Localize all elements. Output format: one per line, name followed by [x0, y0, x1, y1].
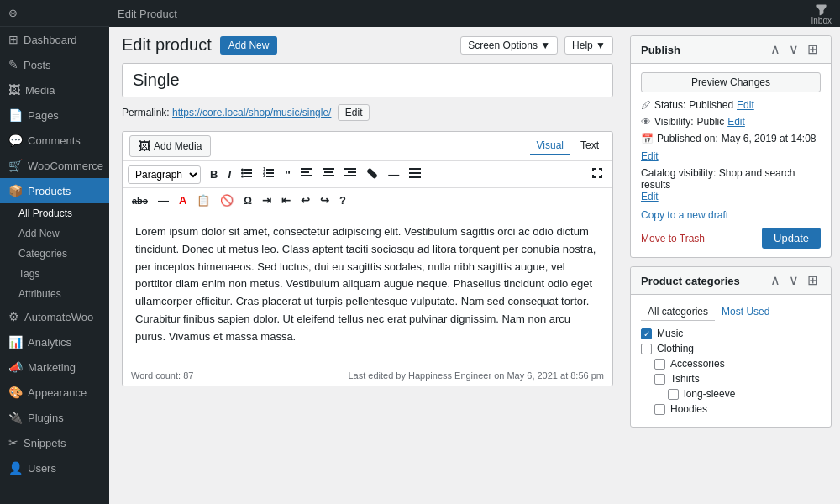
italic-button[interactable]: I: [223, 165, 235, 183]
sidebar-subitem-categories[interactable]: Categories: [0, 244, 109, 264]
visibility-edit-link[interactable]: Edit: [727, 116, 745, 128]
sidebar-subitem-all-products[interactable]: All Products: [0, 203, 109, 223]
bold-button[interactable]: B: [206, 165, 222, 183]
categories-drag-button[interactable]: ⊞: [805, 274, 821, 287]
update-button[interactable]: Update: [762, 228, 821, 249]
sidebar-item-automatewoo[interactable]: ⚙ AutomateWoo: [0, 304, 109, 329]
sidebar-item-users[interactable]: 👤 Users: [0, 455, 109, 480]
tab-most-used[interactable]: Most Used: [715, 303, 776, 321]
redo-button[interactable]: ↪: [316, 192, 333, 209]
category-label-accessories: Accessories: [670, 358, 725, 370]
published-row: 📅 Published on: May 6, 2019 at 14:08: [641, 133, 821, 144]
svg-rect-17: [323, 175, 334, 176]
add-media-button[interactable]: 🖼 Add Media: [129, 135, 211, 157]
publish-collapse-up-button[interactable]: ∧: [768, 43, 783, 56]
sidebar-item-posts[interactable]: ✎ Posts: [0, 52, 109, 77]
publish-drag-button[interactable]: ⊞: [805, 43, 821, 56]
sidebar-item-label: Products: [28, 185, 71, 197]
product-title-input[interactable]: [122, 63, 613, 97]
special-chars-button[interactable]: Ω: [239, 192, 256, 209]
help-button[interactable]: Help ▼: [564, 36, 613, 55]
svg-rect-8: [266, 176, 274, 177]
tab-all-categories[interactable]: All categories: [641, 303, 715, 321]
status-value: Published: [689, 99, 733, 111]
catalog-label: Catalog visibility:: [641, 167, 716, 179]
copy-draft-link[interactable]: Copy to a new draft: [641, 209, 821, 221]
insert-more-button[interactable]: —: [384, 165, 403, 183]
outdent-button[interactable]: ⇤: [277, 192, 295, 209]
sidebar-subitem-tags[interactable]: Tags: [0, 264, 109, 284]
category-checkbox-clothing[interactable]: [641, 344, 652, 354]
tab-visual[interactable]: Visual: [530, 137, 570, 155]
sidebar-item-comments[interactable]: 💬 Comments: [0, 128, 109, 153]
sidebar-item-products[interactable]: 📦 Products: [0, 178, 109, 203]
align-left-button[interactable]: [297, 165, 317, 183]
category-checkbox-long-sleeve[interactable]: [668, 389, 679, 400]
category-checkbox-hoodies[interactable]: [654, 404, 665, 415]
catalog-edit-link[interactable]: Edit: [641, 191, 821, 202]
align-center-button[interactable]: [318, 165, 339, 183]
category-checkbox-tshirts[interactable]: [654, 374, 665, 385]
sidebar-item-woocommerce[interactable]: 🛒 WooCommerce: [0, 153, 109, 178]
link-button[interactable]: [362, 165, 382, 184]
publish-actions: Move to Trash Update: [641, 228, 821, 249]
ordered-list-button[interactable]: 123: [259, 165, 279, 184]
publish-collapse-down-button[interactable]: ∨: [786, 43, 801, 56]
paste-button[interactable]: 📋: [192, 192, 214, 209]
tab-text[interactable]: Text: [574, 137, 606, 155]
categories-collapse-down-button[interactable]: ∨: [786, 274, 801, 287]
sidebar-item-dashboard[interactable]: ⊞ Dashboard: [0, 27, 109, 52]
sidebar-item-marketing[interactable]: 📣 Marketing: [0, 354, 109, 380]
products-icon: 📦: [8, 184, 23, 197]
svg-rect-1: [244, 172, 252, 174]
sidebar-item-snippets[interactable]: ✂ Snippets: [0, 430, 109, 455]
font-color-button[interactable]: A: [175, 192, 191, 209]
paragraph-select[interactable]: Paragraph: [128, 165, 201, 184]
clear-format-button[interactable]: 🚫: [216, 192, 238, 209]
unordered-list-button[interactable]: [237, 165, 257, 184]
category-item-music: ✓ Music: [641, 328, 821, 339]
published-edit-link[interactable]: Edit: [641, 150, 659, 162]
categories-collapse-up-button[interactable]: ∧: [768, 274, 783, 287]
content-area: Edit product Add New Screen Options ▼ He…: [109, 27, 840, 504]
sidebar-item-appearance[interactable]: 🎨 Appearance: [0, 380, 109, 405]
undo-button[interactable]: ↩: [297, 192, 314, 209]
svg-rect-6: [266, 169, 274, 171]
indent-button[interactable]: ⇥: [258, 192, 276, 209]
editor-content[interactable]: Lorem ipsum dolor sit amet, consectetur …: [123, 213, 612, 365]
visibility-value: Public: [696, 116, 724, 128]
word-count: Word count: 87: [131, 370, 193, 381]
help-toolbar-button[interactable]: ?: [335, 192, 350, 209]
main-editor: Edit product Add New Screen Options ▼ He…: [109, 27, 626, 504]
permalink-url[interactable]: https://core.local/shop/music/single/: [172, 107, 331, 118]
svg-rect-13: [301, 171, 309, 173]
sidebar-item-media[interactable]: 🖼 Media: [0, 77, 109, 102]
sidebar-item-analytics[interactable]: 📊 Analytics: [0, 329, 109, 354]
status-edit-link[interactable]: Edit: [737, 99, 754, 111]
sidebar-item-label: Plugins: [28, 412, 64, 424]
sidebar-item-plugins[interactable]: 🔌 Plugins: [0, 405, 109, 430]
category-item-accessories: Accessories: [641, 358, 821, 370]
page-header-left: Edit product Add New: [122, 35, 277, 55]
preview-changes-button[interactable]: Preview Changes: [641, 72, 821, 92]
edit-permalink-button[interactable]: Edit: [338, 104, 370, 121]
category-item-hoodies: Hoodies: [641, 403, 821, 415]
hr-button[interactable]: —: [154, 192, 173, 209]
blockquote-button[interactable]: ": [281, 165, 295, 184]
align-right-button[interactable]: [340, 165, 360, 183]
sidebar-subitem-attributes[interactable]: Attributes: [0, 284, 109, 304]
toggle-toolbar-button[interactable]: [405, 165, 425, 183]
category-label-long-sleeve: long-sleeve: [684, 388, 735, 400]
inbox-button[interactable]: Inbox: [811, 3, 832, 25]
move-trash-link[interactable]: Move to Trash: [641, 233, 705, 244]
strikethrough-button[interactable]: abc: [128, 193, 152, 208]
category-checkbox-music[interactable]: ✓: [641, 328, 652, 339]
category-checkbox-accessories[interactable]: [654, 359, 665, 370]
fullscreen-button[interactable]: [587, 165, 607, 183]
permalink-label: Permalink:: [122, 107, 170, 118]
sidebar-item-pages[interactable]: 📄 Pages: [0, 102, 109, 128]
sidebar-subitem-add-new[interactable]: Add New: [0, 223, 109, 244]
add-new-button[interactable]: Add New: [220, 36, 278, 55]
screen-options-button[interactable]: Screen Options ▼: [460, 36, 558, 55]
analytics-icon: 📊: [8, 335, 23, 349]
